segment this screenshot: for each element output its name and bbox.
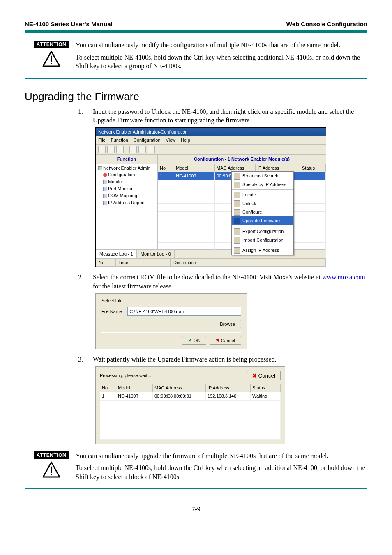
toolbar-button-3[interactable] xyxy=(116,146,124,153)
divider-rule xyxy=(25,78,367,79)
msg-col-desc: Description xyxy=(171,258,326,267)
menu-file[interactable]: File xyxy=(98,138,106,143)
svg-point-2 xyxy=(51,63,52,64)
cell-status xyxy=(300,172,326,180)
export-icon xyxy=(234,228,240,235)
col-status[interactable]: Status xyxy=(300,164,326,172)
ok-button[interactable]: ✔OK xyxy=(182,336,206,345)
admin-window: Network Enabler Administrator-Configurat… xyxy=(95,127,326,267)
cancel-button[interactable]: ✖Cancel xyxy=(210,336,241,345)
filename-label: File Name: xyxy=(101,309,123,315)
ctx-broadcast-search[interactable]: Broadcast Search xyxy=(232,172,293,180)
toolbar xyxy=(96,145,326,155)
attention-text-2a: You can simultaneously upgrade the firmw… xyxy=(76,451,367,461)
step-3: 3. Wait patiently while the Upgrade Firm… xyxy=(78,355,367,364)
attention-text-1a: You can simultaneously modify the config… xyxy=(76,41,367,50)
col-model: Model xyxy=(116,384,153,392)
search-icon xyxy=(234,173,240,180)
tab-message-log[interactable]: Message Log - 1 xyxy=(96,250,137,258)
toolbar-button-6[interactable] xyxy=(148,146,155,153)
toolbar-button-1[interactable] xyxy=(98,146,106,153)
assign-ip-icon xyxy=(234,247,240,254)
step-2: 2. Select the correct ROM file to be dow… xyxy=(78,273,367,290)
configure-icon xyxy=(234,209,240,216)
tab-monitor-log[interactable]: Monitor Log - 0 xyxy=(137,250,175,258)
step-text: Select the correct ROM file to be downlo… xyxy=(93,273,367,290)
cell-no: 1 xyxy=(100,392,116,400)
unlock-icon xyxy=(234,200,240,207)
locate-icon xyxy=(234,192,240,198)
tree-item-ip-report[interactable]: IP Address Report xyxy=(97,199,157,206)
menu-help[interactable]: Help xyxy=(181,138,190,143)
ctx-specify-ip[interactable]: Specify by IP Address xyxy=(232,180,293,189)
processing-label: Processing, please wait... xyxy=(100,373,151,379)
cell-no: 1 xyxy=(158,172,174,180)
col-model[interactable]: Model xyxy=(174,164,215,172)
table-spacer xyxy=(100,400,281,439)
processing-dialog: Processing, please wait... ✖Cancel No Mo… xyxy=(95,366,285,444)
cell-model: NE-4100T xyxy=(174,172,215,180)
step-number: 3. xyxy=(78,355,85,364)
toolbar-button-5[interactable] xyxy=(138,146,146,153)
ctx-import-config[interactable]: Import Configuration xyxy=(232,236,293,244)
ctx-assign-ip[interactable]: Assign IP Address xyxy=(232,246,293,255)
context-menu: Broadcast Search Specify by IP Address L… xyxy=(231,171,294,256)
svg-point-5 xyxy=(51,474,52,475)
progress-table: No Model MAC Address IP Address Status 1… xyxy=(100,384,281,440)
tree-item-port-monitor[interactable]: Port Monitor xyxy=(97,185,157,192)
x-icon: ✖ xyxy=(252,373,257,379)
import-icon xyxy=(234,237,240,244)
cancel-button[interactable]: ✖Cancel xyxy=(247,371,281,380)
warning-icon xyxy=(42,51,60,67)
ctx-separator xyxy=(232,245,293,245)
menu-view[interactable]: View xyxy=(166,138,176,143)
step-text: Input the password to Unlock the NE-4100… xyxy=(93,107,367,125)
tree-item-monitor[interactable]: Monitor xyxy=(97,178,157,185)
header-rule-thin xyxy=(25,32,367,33)
tree-item-configuration[interactable]: Configuration xyxy=(97,171,157,178)
step-text: Wait patiently while the Upgrade Firmwar… xyxy=(93,355,277,364)
tree-item-com-mapping[interactable]: COM Mapping xyxy=(97,192,157,199)
menubar: File Function Configuration View Help xyxy=(96,136,326,145)
toolbar-button-2[interactable] xyxy=(107,146,115,153)
ctx-unlock[interactable]: Unlock xyxy=(232,199,293,208)
ctx-separator xyxy=(232,226,293,226)
tree-header: Function xyxy=(96,155,157,164)
chapter-title: Web Console Configuration xyxy=(286,21,367,28)
menu-function[interactable]: Function xyxy=(111,138,128,143)
toolbar-button-4[interactable] xyxy=(129,146,137,153)
function-tree: Function Network Enabler Admin Configura… xyxy=(96,155,158,249)
attention-block-2: ATTENTION You can simultaneously upgrade… xyxy=(33,451,367,485)
attention-badge: ATTENTION xyxy=(34,41,69,48)
attention-block-1: ATTENTION You can simultaneously modify … xyxy=(33,41,367,74)
attention-text-2b: To select multiple NE-4100s, hold down t… xyxy=(76,463,367,481)
target-icon xyxy=(234,182,240,188)
ctx-configure[interactable]: Configure xyxy=(232,208,293,216)
cell-model: NE-4100T xyxy=(116,392,153,400)
table-row: 1 NE-4100T 00:90:E8:00:00:01 192.168.3.1… xyxy=(100,392,281,400)
ctx-export-config[interactable]: Export Configuration xyxy=(232,227,293,236)
ctx-upgrade-firmware[interactable]: Upgrade Firmware xyxy=(232,216,293,225)
step-number: 2. xyxy=(78,273,85,290)
col-status: Status xyxy=(251,384,281,392)
page-header: NE-4100 Series User's Manual Web Console… xyxy=(25,21,367,30)
moxa-link[interactable]: www.moxa.com xyxy=(322,274,365,281)
col-no[interactable]: No xyxy=(158,164,174,172)
menu-configuration[interactable]: Configuration xyxy=(134,138,160,143)
tree-root[interactable]: Network Enabler Admin xyxy=(97,165,157,172)
col-ip: IP Address xyxy=(206,384,251,392)
divider-rule xyxy=(25,488,367,489)
header-rule-thick xyxy=(25,30,367,32)
window-titlebar: Network Enabler Administrator-Configurat… xyxy=(96,128,326,136)
browse-button[interactable]: Browse xyxy=(214,320,241,328)
select-file-dialog: Select File File Name: Browse ✔OK ✖Cance… xyxy=(95,293,247,350)
col-no: No xyxy=(100,384,116,392)
col-mac: MAC Address xyxy=(153,384,206,392)
step-1: 1. Input the password to Unlock the NE-4… xyxy=(78,107,367,125)
grid-title: Configuration - 1 Network Enabler Module… xyxy=(158,155,326,164)
section-heading: Upgrading the Firmware xyxy=(25,90,367,103)
cell-mac: 00:90:E8:00:00:01 xyxy=(153,392,206,400)
ctx-locate[interactable]: Locate xyxy=(232,191,293,199)
filename-input[interactable] xyxy=(127,307,241,316)
cell-ip: 192.168.3.140 xyxy=(206,392,251,400)
